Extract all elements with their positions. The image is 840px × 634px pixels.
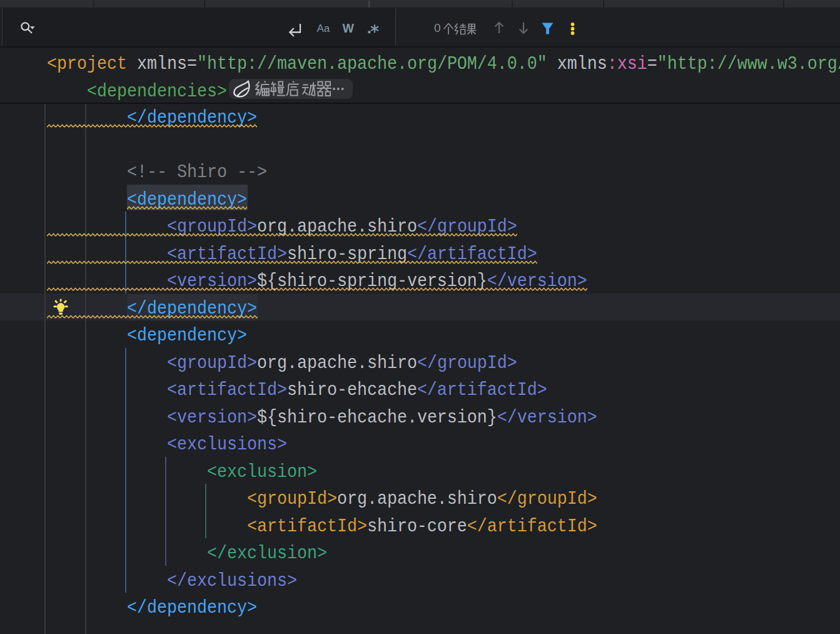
svg-text:0: 0 [434, 21, 441, 34]
